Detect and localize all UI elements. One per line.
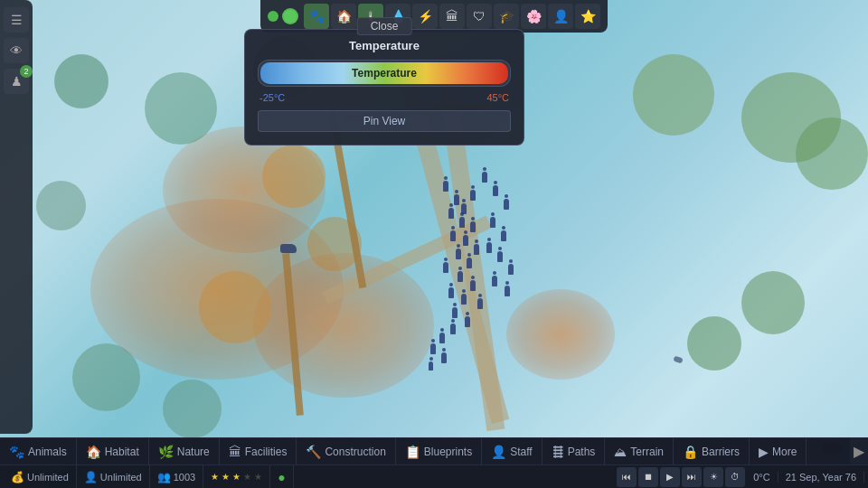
tab-tab-habitat[interactable]: 🏠Habitat (77, 438, 149, 465)
unlimited-1-label: Unlimited (27, 472, 69, 483)
tab-nature-icon: 🌿 (158, 445, 174, 459)
status-unlimited-1: 💰 Unlimited (4, 465, 77, 488)
star-4: ★ (243, 472, 251, 482)
tab-staff-label: Staff (510, 446, 532, 458)
date-label: 21 Sep, Year 76 (786, 472, 856, 483)
toolbar-shield-icon[interactable]: 🛡 (467, 4, 492, 29)
status-date: 21 Sep, Year 76 (778, 472, 864, 483)
weather-button[interactable]: ☀ (703, 467, 723, 487)
star-5: ★ (254, 472, 262, 482)
tab-terrain-label: Terrain (630, 446, 664, 458)
crown-badge: 2 (20, 65, 33, 78)
status-right: ⏮ ⏹ ▶ ⏭ ☀ ⏱ 0°C 21 Sep, Year 76 (616, 467, 864, 487)
tab-blueprints-icon: 📋 (405, 445, 420, 459)
status-temp: 0°C (746, 472, 778, 483)
tab-blueprints-label: Blueprints (424, 446, 472, 458)
temp-max: 45°C (486, 92, 509, 103)
tab-animals-icon: 🐾 (9, 445, 24, 459)
tab-construction-icon: 🔨 (306, 445, 321, 459)
visitor-count: 1003 (174, 472, 195, 483)
temp-range: -25°C 45°C (258, 92, 511, 103)
skip-back-button[interactable]: ⏮ (617, 467, 637, 487)
pin-view-button[interactable]: Pin View (258, 110, 511, 132)
tab-tab-construction[interactable]: 🔨Construction (297, 438, 395, 465)
tab-facilities-icon: 🏛 (229, 445, 241, 459)
star-2: ★ (222, 472, 230, 482)
tab-more-icon: ▶ (759, 445, 769, 459)
tab-habitat-icon: 🏠 (86, 445, 101, 459)
tab-tab-facilities[interactable]: 🏛Facilities (220, 438, 297, 465)
money-icon: 💰 (11, 471, 24, 483)
tab-tab-paths[interactable]: 🛤Paths (542, 438, 606, 465)
menu-button[interactable]: ☰ (4, 7, 29, 33)
status-indicator (268, 11, 278, 22)
tab-staff-icon: 👤 (491, 445, 506, 459)
clock-button[interactable]: ⏱ (725, 467, 745, 487)
view-button[interactable]: 👁 (4, 38, 29, 63)
green-indicator: ● (278, 470, 285, 484)
toolbar-education-icon[interactable]: 🎓 (494, 4, 519, 29)
status-bar: 💰 Unlimited 👤 Unlimited 👥 1003 ★ ★ ★ ★ ★… (0, 465, 868, 488)
play-button[interactable]: ▶ (660, 467, 680, 487)
tab-construction-label: Construction (325, 446, 385, 458)
tab-paths-label: Paths (568, 446, 596, 458)
tab-more-label: More (772, 446, 797, 458)
tab-tab-staff[interactable]: 👤Staff (482, 438, 542, 465)
temp-bar-container: Temperature (258, 60, 511, 87)
bottom-tabs: 🐾Animals🏠Habitat🌿Nature🏛Facilities🔨Const… (0, 438, 850, 465)
tab-tab-animals[interactable]: 🐾Animals (0, 438, 77, 465)
star-3: ★ (232, 472, 241, 482)
close-button[interactable]: Close (357, 17, 412, 35)
tab-animals-label: Animals (28, 446, 67, 458)
tab-terrain-icon: ⛰ (614, 445, 627, 459)
tab-tab-blueprints[interactable]: 📋Blueprints (396, 438, 482, 465)
tab-tab-more[interactable]: ▶More (750, 438, 807, 465)
toolbar-lightning-icon[interactable]: ⚡ (412, 4, 438, 29)
toolbar-star-icon[interactable]: ⭐ (575, 4, 600, 29)
status-unlimited-2: 👤 Unlimited (77, 465, 150, 488)
status-rating: ★ ★ ★ ★ ★ (203, 465, 270, 488)
person-icon-status: 👤 (84, 471, 98, 483)
toolbar-building-icon[interactable]: 🏛 (439, 4, 465, 29)
fast-forward-button[interactable]: ⏭ (682, 467, 702, 487)
temperature-popup: Close Temperature Temperature -25°C 45°C… (244, 29, 524, 145)
tab-facilities-label: Facilities (245, 446, 288, 458)
temperature-label: 0°C (753, 472, 769, 483)
scroll-right-arrow[interactable]: ▶ (850, 438, 868, 465)
temp-bar-label: Temperature (352, 67, 417, 80)
tab-tab-terrain[interactable]: ⛰Terrain (605, 438, 674, 465)
status-indicator-2 (282, 8, 298, 24)
tab-nature-label: Nature (177, 446, 210, 458)
status-visitors: 👥 1003 (150, 465, 203, 488)
crown-button[interactable]: ♟ 2 (4, 69, 29, 94)
tab-tab-nature[interactable]: 🌿Nature (149, 438, 220, 465)
toolbar-flower-icon[interactable]: 🌸 (521, 4, 546, 29)
visitors-icon: 👥 (157, 471, 171, 483)
tab-barriers-label: Barriers (702, 446, 740, 458)
tab-barriers-icon: 🔒 (683, 445, 698, 459)
unlimited-2-label: Unlimited (100, 472, 142, 483)
toolbar-habitat-icon[interactable]: 🏠 (331, 4, 356, 29)
toolbar-animals-icon[interactable]: 🐾 (304, 4, 329, 29)
toolbar-person-icon[interactable]: 👤 (548, 4, 573, 29)
left-sidebar: ☰ 👁 ♟ 2 (0, 0, 33, 434)
status-green-dot: ● (270, 465, 293, 488)
top-toolbar: 🐾 🏠 🌡 💧 ⚡ 🏛 🛡 🎓 🌸 👤 ⭐ (260, 0, 608, 33)
stop-button[interactable]: ⏹ (638, 467, 658, 487)
tab-paths-icon: 🛤 (552, 445, 564, 459)
nav-bar: 🐾Animals🏠Habitat🌿Nature🏛Facilities🔨Const… (0, 437, 868, 465)
tab-habitat-label: Habitat (105, 446, 139, 458)
popup-title: Temperature (258, 39, 511, 52)
tab-tab-barriers[interactable]: 🔒Barriers (674, 438, 750, 465)
temp-min: -25°C (259, 92, 285, 103)
temp-bar: Temperature (260, 62, 508, 84)
star-1: ★ (211, 472, 219, 482)
